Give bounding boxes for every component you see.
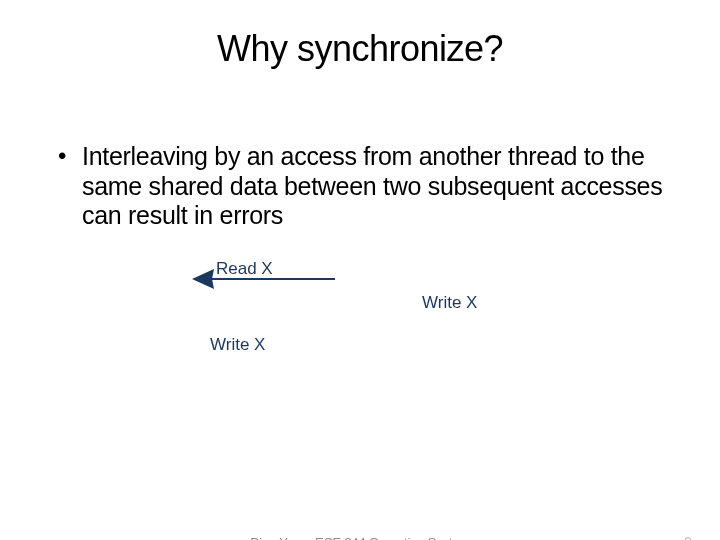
diagram-write-x-left: Write X bbox=[210, 335, 265, 355]
svg-marker-1 bbox=[192, 269, 214, 289]
diagram-read-x: Read X bbox=[216, 259, 273, 279]
slide-body: Interleaving by an access from another t… bbox=[0, 142, 720, 369]
slide-footer: Ding Yuan, ECE 344 Operating System bbox=[0, 535, 720, 540]
bullet-list: Interleaving by an access from another t… bbox=[52, 142, 668, 231]
slide: Why synchronize? Interleaving by an acce… bbox=[0, 28, 720, 540]
page-number: 9 bbox=[684, 534, 692, 540]
diagram-write-x-right: Write X bbox=[422, 293, 477, 313]
slide-title: Why synchronize? bbox=[0, 28, 720, 70]
interleave-diagram: Read X Write X Write X bbox=[190, 259, 530, 369]
bullet-item: Interleaving by an access from another t… bbox=[52, 142, 668, 231]
